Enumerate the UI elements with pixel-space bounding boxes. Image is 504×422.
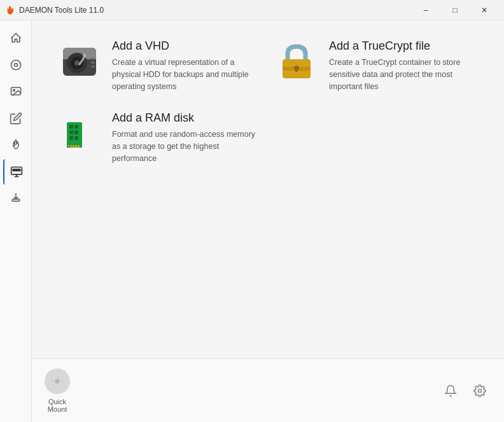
title-bar-left: DAEMON Tools Lite 11.0 (5, 5, 104, 15)
svg-point-39 (56, 380, 58, 382)
sidebar-item-home[interactable] (3, 25, 29, 51)
svg-rect-34 (78, 145, 80, 148)
svg-rect-5 (13, 169, 15, 171)
sidebar-item-disc[interactable] (3, 52, 29, 78)
app-body: Add a VHD Create a virtual representatio… (0, 20, 504, 422)
svg-rect-26 (69, 130, 73, 134)
svg-rect-28 (69, 136, 73, 140)
svg-rect-24 (69, 125, 73, 129)
app-title: DAEMON Tools Lite 11.0 (19, 6, 104, 15)
svg-point-15 (83, 53, 87, 57)
svg-rect-27 (74, 130, 78, 134)
sidebar-item-usb[interactable] (3, 186, 29, 211)
home-icon (10, 32, 22, 45)
settings-icon (473, 384, 486, 397)
svg-rect-17 (91, 62, 95, 64)
usb-icon (10, 192, 22, 205)
main-content: Add a VHD Create a virtual representatio… (32, 20, 504, 358)
sidebar-item-edit[interactable] (3, 106, 29, 131)
notifications-icon (444, 384, 457, 397)
sidebar-item-burn[interactable] (3, 132, 29, 158)
device-icon (10, 165, 23, 178)
add-ramdisk-card[interactable]: Add a RAM disk Format and use random-acc… (57, 111, 262, 164)
vhd-card-text: Add a VHD Create a virtual representatio… (112, 39, 262, 92)
add-truecrypt-card[interactable]: Add a TrueCrypt file Create a TrueCrypt … (274, 39, 479, 92)
image-icon (10, 85, 22, 98)
svg-point-1 (14, 64, 17, 67)
truecrypt-card-icon (274, 39, 319, 84)
settings-icon-btn[interactable] (468, 379, 491, 402)
ramdisk-card-icon (57, 111, 102, 156)
svg-rect-22 (295, 68, 298, 72)
add-vhd-card[interactable]: Add a VHD Create a virtual representatio… (57, 39, 262, 92)
eject-icon (51, 375, 64, 388)
app-icon (5, 5, 15, 15)
vhd-card-desc: Create a virtual representation of a phy… (112, 57, 262, 92)
window-controls: – □ ✕ (411, 0, 499, 20)
quick-mount-button[interactable] (45, 369, 70, 394)
notifications-icon-btn[interactable] (439, 379, 462, 402)
svg-rect-29 (74, 136, 78, 140)
svg-rect-35 (67, 146, 71, 148)
svg-rect-16 (91, 58, 95, 60)
svg-rect-18 (91, 66, 95, 67)
quick-mount-label: QuickMount (48, 398, 67, 413)
svg-point-40 (479, 389, 482, 392)
minimize-button[interactable]: – (411, 0, 440, 20)
close-button[interactable]: ✕ (470, 0, 499, 20)
truecrypt-card-text: Add a TrueCrypt file Create a TrueCrypt … (329, 39, 479, 92)
sidebar-item-devices[interactable] (3, 159, 29, 185)
flame-icon (10, 139, 22, 151)
vhd-card-title: Add a VHD (112, 39, 262, 53)
sidebar (0, 20, 32, 422)
disc-icon (10, 59, 22, 71)
svg-point-3 (13, 90, 14, 92)
edit-icon (10, 112, 22, 125)
svg-rect-32 (73, 145, 74, 148)
truecrypt-card-title: Add a TrueCrypt file (329, 39, 479, 53)
svg-rect-7 (18, 169, 20, 171)
svg-point-0 (11, 60, 20, 70)
title-bar: DAEMON Tools Lite 11.0 – □ ✕ (0, 0, 504, 20)
content-area: Add a VHD Create a virtual representatio… (32, 20, 504, 422)
vhd-icon (57, 39, 102, 84)
ramdisk-card-title: Add a RAM disk (112, 111, 262, 125)
quick-mount[interactable]: QuickMount (45, 369, 70, 413)
ramdisk-card-desc: Format and use random-access memory as a… (112, 129, 262, 164)
svg-rect-6 (15, 169, 17, 171)
svg-rect-25 (74, 125, 78, 129)
truecrypt-card-desc: Create a TrueCrypt container to store se… (329, 57, 479, 92)
sidebar-item-images[interactable] (3, 79, 29, 104)
maximize-button[interactable]: □ (440, 0, 470, 20)
ramdisk-card-text: Add a RAM disk Format and use random-acc… (112, 111, 262, 164)
bottom-bar: QuickMount (32, 358, 504, 422)
svg-rect-33 (75, 145, 77, 148)
